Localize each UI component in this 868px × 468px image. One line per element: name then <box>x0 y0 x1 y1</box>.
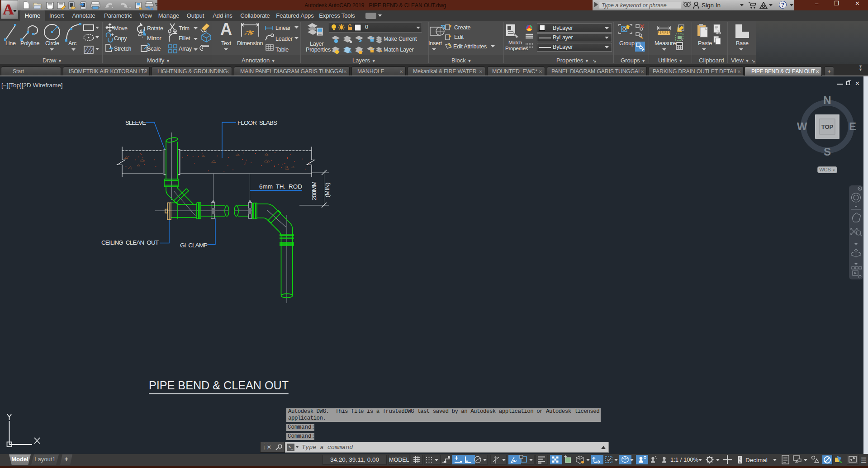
svg-text:CEILING CLEAN OUT: CEILING CLEAN OUT <box>101 239 159 246</box>
svg-text:1:1 / 100%: 1:1 / 100% <box>670 456 699 463</box>
svg-text:Decimal: Decimal <box>745 457 768 463</box>
svg-text:N: N <box>823 94 831 106</box>
svg-text:SLEEVE: SLEEVE <box>125 119 146 126</box>
svg-text:TOP: TOP <box>821 123 834 130</box>
svg-text:200MM: 200MM <box>311 181 318 200</box>
svg-text:GI CLAMP: GI CLAMP <box>180 242 208 249</box>
svg-text:W: W <box>797 120 807 132</box>
svg-text:E: E <box>849 120 856 132</box>
svg-text:(MIN): (MIN) <box>324 183 331 198</box>
svg-text:6mm TH. ROD: 6mm TH. ROD <box>259 183 302 190</box>
svg-text:FLOOR SLABS: FLOOR SLABS <box>237 119 277 126</box>
svg-text:S: S <box>824 146 831 158</box>
